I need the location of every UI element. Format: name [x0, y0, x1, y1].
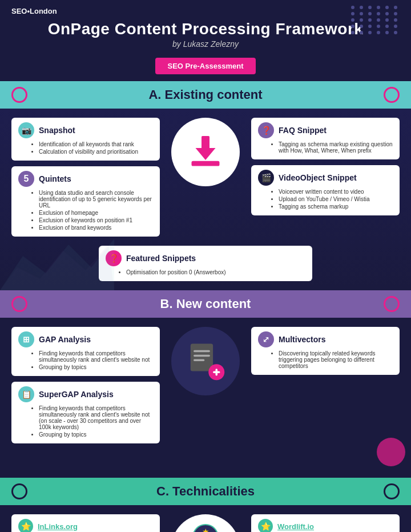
section-c-left-circle [11, 483, 27, 499]
featured-card-title: ❓ Featured Snippets [106, 250, 305, 266]
svg-rect-6 [194, 350, 210, 353]
section-a-content: 📷 Snapshot Identification of all keyword… [0, 109, 411, 290]
svg-rect-11 [216, 369, 218, 375]
section-a-title: A. Existing content [27, 87, 384, 102]
featured-bullets: Optimisation for position 0 (Answerbox) [126, 269, 305, 275]
svg-marker-1 [0, 245, 114, 290]
supergap-card-title: 📋 SuperGAP Analysis [18, 386, 153, 402]
title-area: OnPage Content Processing Framework by L… [11, 15, 400, 77]
wordlift-card: ⭐ Wordlift.io To improve semantic via Sa… [251, 514, 400, 532]
multivectors-bullets: Discovering topically related keywords t… [279, 350, 393, 369]
inlinks-link[interactable]: InLinks.org [38, 522, 78, 531]
faq-card-title: ❓ FAQ Snippet [258, 122, 393, 138]
existing-center-wrap [167, 118, 244, 186]
svg-rect-8 [194, 359, 204, 362]
logo-text: SEO•London [11, 7, 57, 15]
section-a-header: A. Existing content [0, 81, 411, 109]
faq-icon: ❓ [258, 122, 274, 138]
logo: SEO•London [11, 7, 400, 15]
document-add-icon [186, 341, 225, 381]
tech-center-wrap: ★ [167, 514, 244, 532]
existing-center-circle [171, 118, 240, 186]
new-center-wrap [167, 327, 244, 395]
download-icon [186, 132, 225, 172]
inlinks-card: ⭐ InLinks.org To increase number of Same… [11, 514, 160, 532]
gap-bullets: Finding keywords that competitors simult… [39, 350, 153, 370]
tech-center-circle: ★ [171, 514, 240, 532]
video-bullets: Voiceover written content to video Uploa… [279, 189, 393, 210]
wordlift-link[interactable]: Wordlift.io [277, 522, 314, 531]
quintets-bullets: Using data studio and search console ide… [39, 190, 153, 231]
inlinks-title: ⭐ InLinks.org [18, 519, 153, 532]
section-b-header: B. New content [0, 290, 411, 318]
existing-left-col: 📷 Snapshot Identification of all keyword… [11, 118, 160, 240]
svg-rect-7 [194, 355, 210, 357]
new-content-layout: ⊞ GAP Analysis Finding keywords that com… [11, 327, 400, 447]
snapshot-bullets: Identification of all keywords that rank… [39, 141, 153, 155]
gap-card: ⊞ GAP Analysis Finding keywords that com… [11, 327, 160, 376]
svg-marker-3 [196, 148, 216, 160]
tech-layout: ⭐ InLinks.org To increase number of Same… [11, 514, 400, 532]
header: SEO•London OnPage Content Processing Fra… [0, 0, 411, 81]
faq-card: ❓ FAQ Snippet Tagging as schema markup e… [251, 118, 400, 159]
new-right-col: ⤢ Multivectors Discovering topically rel… [251, 327, 400, 378]
wordlift-star-icon: ⭐ [258, 519, 273, 532]
svg-rect-5 [191, 343, 213, 371]
dot-pattern-decoration [351, 6, 400, 34]
section-c-right-circle [384, 483, 400, 499]
section-a-right-circle [384, 87, 400, 103]
tech-left-col: ⭐ InLinks.org To increase number of Same… [11, 514, 160, 532]
new-left-col: ⊞ GAP Analysis Finding keywords that com… [11, 327, 160, 447]
svg-rect-4 [192, 161, 220, 166]
supergap-card: 📋 SuperGAP Analysis Finding keywords tha… [11, 382, 160, 443]
svg-rect-2 [202, 136, 209, 150]
section-a-left-circle [11, 87, 27, 103]
quintets-card-title: 5 Quintets [18, 171, 153, 187]
snapshot-icon: 📷 [18, 122, 34, 138]
multivectors-icon: ⤢ [258, 331, 274, 347]
main-title: OnPage Content Processing Framework [11, 20, 400, 38]
gap-card-title: ⊞ GAP Analysis [18, 331, 153, 347]
video-card-title: 🎬 VideoObject Snippet [258, 170, 393, 186]
snapshot-card: 📷 Snapshot Identification of all keyword… [11, 118, 160, 161]
pre-assessment-button[interactable]: SEO Pre-Assessment [155, 58, 256, 74]
video-icon: 🎬 [258, 170, 274, 186]
pink-deco-circle [377, 438, 405, 466]
brain-ladder-icon: ★ [183, 523, 228, 532]
multivectors-card-title: ⤢ Multivectors [258, 331, 393, 347]
section-c-title: C. Technicalities [27, 484, 384, 499]
section-b-left-circle [11, 296, 27, 312]
supergap-bullets: Finding keywords that competitors simult… [39, 405, 153, 438]
multivectors-card: ⤢ Multivectors Discovering topically rel… [251, 327, 400, 375]
svg-text:★: ★ [202, 527, 209, 532]
subtitle: by Lukasz Zelezny [11, 39, 400, 49]
section-c-header: C. Technicalities [0, 478, 411, 505]
snapshot-card-title: 📷 Snapshot [18, 122, 153, 138]
featured-card: ❓ Featured Snippets Optimisation for pos… [99, 246, 312, 281]
quintets-icon: 5 [18, 171, 34, 187]
faq-bullets: Tagging as schema markup existing questi… [279, 141, 393, 154]
existing-content-layout: 📷 Snapshot Identification of all keyword… [11, 118, 400, 240]
video-card: 🎬 VideoObject Snippet Voiceover written … [251, 165, 400, 215]
tech-right-col: ⭐ Wordlift.io To improve semantic via Sa… [251, 514, 400, 532]
existing-right-col: ❓ FAQ Snippet Tagging as schema markup e… [251, 118, 400, 219]
wordlift-title: ⭐ Wordlift.io [258, 519, 393, 532]
inlinks-star-icon: ⭐ [18, 519, 33, 532]
section-b-right-circle [384, 296, 400, 312]
section-b-title: B. New content [27, 297, 384, 311]
gap-icon: ⊞ [18, 331, 34, 347]
mountain-decoration [0, 233, 114, 290]
section-c-content: ⭐ InLinks.org To increase number of Same… [0, 505, 411, 532]
section-b-content: ⊞ GAP Analysis Finding keywords that com… [0, 318, 411, 478]
quintets-card: 5 Quintets Using data studio and search … [11, 166, 160, 237]
supergap-icon: 📋 [18, 386, 34, 402]
new-center-circle [171, 327, 240, 395]
